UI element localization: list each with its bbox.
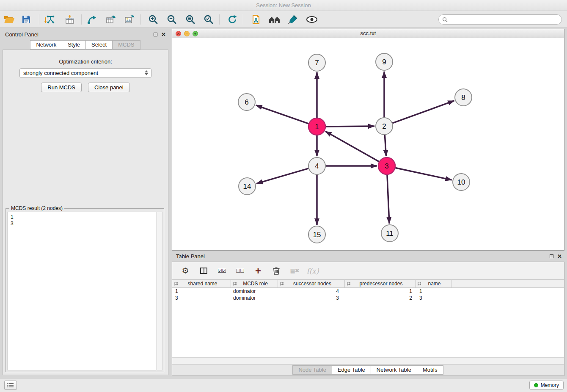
columns-icon xyxy=(200,268,207,274)
graph-edge-2-8[interactable] xyxy=(392,101,454,123)
memory-button[interactable]: Memory xyxy=(529,381,564,390)
table-row[interactable]: 1 dominator 4 1 1 xyxy=(172,288,564,295)
cell-successor-nodes[interactable]: 4 xyxy=(278,288,345,295)
memory-label: Memory xyxy=(541,382,559,388)
close-panel-button[interactable]: Close panel xyxy=(88,83,130,92)
tab-mcds[interactable]: MCDS xyxy=(112,40,140,50)
criterion-dropdown[interactable]: strongly connected component xyxy=(19,68,151,78)
zoom-in-button[interactable] xyxy=(146,12,160,27)
graph-node-label: 11 xyxy=(386,229,394,237)
search-input[interactable] xyxy=(450,17,558,22)
network-graph[interactable]: 7968124314101511 xyxy=(172,38,564,250)
mcds-result-list[interactable]: 1 3 xyxy=(7,212,156,370)
import-network-button[interactable] xyxy=(43,12,57,27)
task-history-button[interactable] xyxy=(4,381,17,390)
optimization-criterion-label: Optimization criterion: xyxy=(3,58,168,65)
tab-node-table[interactable]: Node Table xyxy=(292,365,332,375)
table-settings-button[interactable]: ⚙ xyxy=(180,266,191,276)
cell-name[interactable]: 1 xyxy=(416,288,451,295)
column-header-predecessor-nodes[interactable]: predecessor nodes xyxy=(345,280,416,287)
cell-name[interactable]: 3 xyxy=(416,295,451,301)
cell-shared-name[interactable]: 1 xyxy=(172,288,231,295)
graph-edge-1-2[interactable] xyxy=(325,126,374,127)
toolbar-separator xyxy=(219,14,220,25)
tab-style[interactable]: Style xyxy=(62,40,86,50)
paint-style-button[interactable] xyxy=(286,12,300,27)
deselect-all-button[interactable]: ☐☐ xyxy=(234,268,245,274)
graph-edge-1-6[interactable] xyxy=(256,105,309,124)
graph-node-label: 6 xyxy=(245,98,248,106)
delete-button[interactable] xyxy=(271,267,282,275)
cell-predecessor-nodes[interactable]: 2 xyxy=(345,295,416,301)
network-file-icon xyxy=(251,14,261,25)
cell-mcds-role[interactable]: dominator xyxy=(231,288,278,295)
cell-shared-name[interactable]: 3 xyxy=(172,295,231,301)
first-neighbors-button[interactable] xyxy=(267,12,282,27)
cell-mcds-role[interactable]: dominator xyxy=(231,295,278,301)
close-panel-icon[interactable]: ✕ xyxy=(161,33,166,36)
column-header-label: name xyxy=(422,281,451,287)
export-table-button[interactable] xyxy=(104,12,118,27)
export-image-button[interactable] xyxy=(122,12,137,27)
graph-edge-3-10[interactable] xyxy=(395,168,452,180)
add-row-button[interactable]: + xyxy=(253,267,264,275)
column-header-label: predecessor nodes xyxy=(351,281,415,287)
show-columns-button[interactable] xyxy=(198,268,209,274)
mcds-result-scrollbar[interactable] xyxy=(157,212,162,370)
graph-node-label: 4 xyxy=(315,162,319,170)
column-header-mcds-role[interactable]: MCDS role xyxy=(231,280,278,287)
graph-node-label: 14 xyxy=(243,182,251,190)
tab-network[interactable]: Network xyxy=(30,40,62,50)
list-icon xyxy=(7,383,14,388)
function-builder-button[interactable]: f(x) xyxy=(307,267,318,275)
toolbar-search-field[interactable] xyxy=(438,14,562,25)
tab-select[interactable]: Select xyxy=(85,40,113,50)
delete-table-button[interactable]: ▦✖ xyxy=(289,268,300,274)
column-header-name[interactable]: name xyxy=(416,280,451,287)
save-session-button[interactable] xyxy=(19,12,33,27)
graph-edge-3-11[interactable] xyxy=(387,174,389,224)
float-panel-icon[interactable] xyxy=(550,254,553,258)
close-panel-icon[interactable]: ✕ xyxy=(557,254,562,258)
save-floppy-icon xyxy=(22,15,31,24)
export-image-icon xyxy=(124,14,135,25)
column-type-icon xyxy=(233,282,237,286)
table-horizontal-scrollbar[interactable] xyxy=(172,357,564,364)
tab-network-table[interactable]: Network Table xyxy=(371,365,417,375)
open-session-button[interactable] xyxy=(2,12,17,27)
eye-icon xyxy=(306,16,318,23)
cell-predecessor-nodes[interactable]: 1 xyxy=(345,288,416,295)
column-header-label: successor nodes xyxy=(284,281,344,287)
mcds-result-value: 3 xyxy=(11,221,153,227)
export-network-button[interactable] xyxy=(85,12,99,27)
select-all-button[interactable]: ☑☑ xyxy=(216,268,227,274)
graph-edge-2-3[interactable] xyxy=(385,135,386,156)
graph-edge-3-1[interactable] xyxy=(325,131,380,162)
zoom-selected-button[interactable] xyxy=(201,12,216,27)
column-header-successor-nodes[interactable]: successor nodes xyxy=(278,280,345,287)
refresh-layout-button[interactable] xyxy=(225,12,239,27)
zoom-out-button[interactable] xyxy=(165,12,179,27)
graph-edge-4-14[interactable] xyxy=(256,168,309,184)
network-window-titlebar[interactable]: ✕ − + scc.txt xyxy=(172,29,564,38)
criterion-value: strongly connected component xyxy=(23,70,98,76)
zoom-in-icon xyxy=(148,14,158,25)
float-panel-icon[interactable] xyxy=(154,33,157,36)
clone-network-button[interactable] xyxy=(249,12,263,27)
tab-motifs[interactable]: Motifs xyxy=(417,365,443,375)
zoom-fit-button[interactable] xyxy=(183,12,198,27)
window-title: Session: New Session xyxy=(256,2,311,8)
tab-edge-table[interactable]: Edge Table xyxy=(332,365,371,375)
zoom-selected-icon xyxy=(204,14,214,25)
plus-icon: + xyxy=(255,267,261,275)
column-header-shared-name[interactable]: shared name xyxy=(172,280,231,287)
zoom-out-icon xyxy=(167,14,177,25)
show-hide-button[interactable] xyxy=(305,12,319,27)
import-table-button[interactable] xyxy=(63,12,77,27)
cell-successor-nodes[interactable]: 3 xyxy=(278,295,345,301)
import-network-icon xyxy=(44,14,55,25)
run-mcds-button[interactable]: Run MCDS xyxy=(41,83,82,92)
graph-node-label: 10 xyxy=(457,178,465,186)
network-canvas[interactable]: 7968124314101511 xyxy=(172,38,564,250)
table-row[interactable]: 3 dominator 3 2 3 xyxy=(172,295,564,301)
